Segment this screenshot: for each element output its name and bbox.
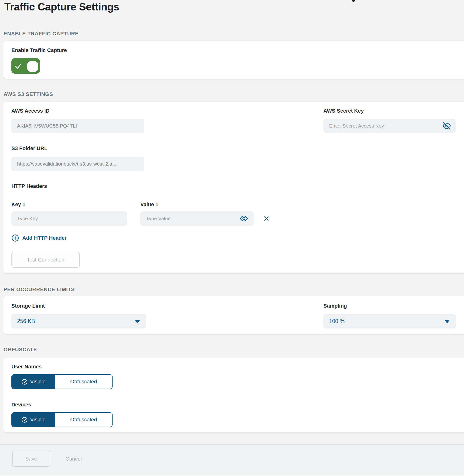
per-occurrence-limits-card: Storage Limit 256 KB Sampling 100 % [3,296,464,334]
segment-label: Obfuscated [70,379,97,385]
chevron-down-icon [135,320,140,323]
s3-folder-url-label: S3 Folder URL [11,145,48,152]
user-names-option-obfuscated[interactable]: Obfuscated [55,375,112,389]
devices-option-visible[interactable]: Visible [12,413,55,427]
add-http-header-label: Add HTTP Header [22,235,67,241]
devices-segmented-toggle: Visible Obfuscated [11,412,113,427]
aws-secret-key-label: AWS Secret Key [323,108,364,114]
footer-action-bar: Save Cancel [0,445,464,475]
cancel-button[interactable]: Cancel [59,451,88,467]
aws-secret-key-input[interactable] [323,119,456,133]
sampling-value: 100 % [329,318,345,324]
remove-header-row-button[interactable] [263,215,270,222]
storage-limit-label: Storage Limit [11,303,45,309]
section-heading-per-occurrence-limits: PER OCCURRENCE LIMITS [4,286,75,293]
eye-off-icon [443,122,451,130]
segment-label: Visible [30,417,45,423]
enable-traffic-capture-toggle[interactable] [11,58,40,74]
section-heading-obfuscate: OBFUSCATE [4,347,37,353]
storage-limit-select[interactable]: 256 KB [11,314,146,329]
bottom-strip [0,475,464,476]
test-connection-button[interactable]: Test Connection [11,252,80,268]
http-header-key-label: Key 1 [11,201,25,208]
check-circle-icon [21,417,28,423]
obfuscate-card: User Names Visible Obfuscated Devices Vi… [3,358,464,432]
devices-option-obfuscated[interactable]: Obfuscated [55,413,112,427]
sampling-select[interactable]: 100 % [323,314,456,329]
segment-label: Visible [30,379,45,385]
plus-circle-icon [11,234,19,242]
section-heading-aws-s3-settings: AWS S3 SETTINGS [4,91,53,97]
chevron-down-icon [445,320,450,323]
devices-label: Devices [11,402,31,408]
enable-traffic-capture-card: Enable Traffic Capture [3,41,464,79]
eye-icon [240,215,248,222]
user-names-segmented-toggle: Visible Obfuscated [11,374,113,389]
enable-traffic-capture-label: Enable Traffic Capture [11,47,67,53]
user-names-label: User Names [11,364,42,370]
save-button[interactable]: Save [12,451,50,467]
http-headers-label: HTTP Headers [11,183,47,189]
http-header-key-input[interactable] [11,211,127,226]
add-http-header-button[interactable]: Add HTTP Header [11,234,67,242]
aws-access-id-label: AWS Access ID [11,108,50,114]
section-heading-enable-traffic-capture: ENABLE TRAFFIC CAPTURE [4,31,79,37]
storage-limit-value: 256 KB [17,318,35,324]
segment-label: Obfuscated [70,417,97,423]
check-circle-icon [21,379,28,385]
http-header-value-input[interactable] [140,211,254,226]
close-icon [263,215,270,222]
header-value-visibility-button[interactable] [240,214,248,223]
aws-s3-settings-card: AWS Access ID AWS Secret Key S3 Folder U… [3,102,464,273]
toggle-knob [27,61,38,72]
s3-folder-url-input[interactable] [11,157,144,171]
cursor-artifact [351,0,356,2]
page-title: Traffic Capture Settings [4,1,119,13]
check-icon [15,62,22,70]
aws-access-id-input[interactable] [11,119,144,133]
user-names-option-visible[interactable]: Visible [12,375,55,389]
sampling-label: Sampling [323,303,347,309]
http-header-value-label: Value 1 [140,201,158,208]
secret-key-visibility-button[interactable] [443,122,451,130]
